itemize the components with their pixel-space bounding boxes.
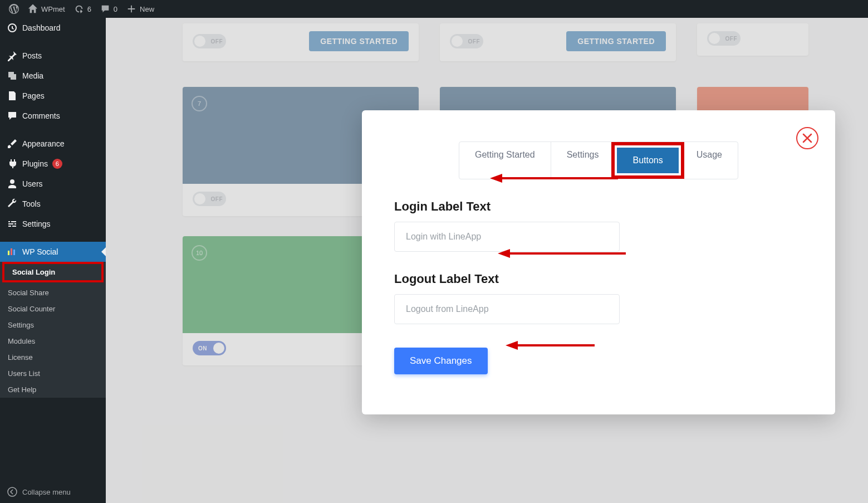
logout-label-heading: Logout Label Text bbox=[394, 272, 803, 286]
menu-label: Users bbox=[22, 179, 43, 188]
menu-pages[interactable]: Pages bbox=[0, 86, 106, 106]
collapse-label: Collapse menu bbox=[22, 488, 71, 496]
logout-label-input[interactable] bbox=[394, 294, 620, 324]
buttons-tab-highlight: Buttons bbox=[611, 142, 684, 179]
wpsocial-icon bbox=[7, 246, 18, 257]
comments[interactable]: 0 bbox=[96, 4, 122, 14]
annotation-arrow bbox=[498, 248, 626, 259]
close-icon bbox=[802, 133, 812, 143]
new[interactable]: New bbox=[122, 4, 159, 14]
menu-label: Media bbox=[22, 71, 43, 80]
login-label-input[interactable] bbox=[394, 222, 620, 252]
menu-posts[interactable]: Posts bbox=[0, 46, 106, 66]
menu-label: WP Social bbox=[22, 247, 58, 256]
close-button[interactable] bbox=[796, 127, 818, 149]
submenu-get-help[interactable]: Get Help bbox=[0, 382, 106, 398]
update-icon bbox=[74, 4, 84, 14]
submenu-settings[interactable]: Settings bbox=[0, 317, 106, 333]
wrench-icon bbox=[7, 198, 18, 209]
menu-label: Posts bbox=[22, 51, 42, 60]
menu-tools[interactable]: Tools bbox=[0, 194, 106, 214]
wp-social-submenu: Social Login Social Share Social Counter… bbox=[0, 262, 106, 398]
new-label: New bbox=[140, 5, 154, 13]
submenu-modules[interactable]: Modules bbox=[0, 333, 106, 349]
admin-bar: WPmet 6 0 New bbox=[0, 0, 868, 18]
page-icon bbox=[7, 90, 18, 101]
menu-label: Comments bbox=[22, 111, 60, 120]
admin-sidebar: Dashboard Posts Media Pages Comments App… bbox=[0, 18, 106, 503]
plus-icon bbox=[126, 4, 136, 14]
pin-icon bbox=[7, 50, 18, 61]
menu-label: Pages bbox=[22, 91, 45, 100]
menu-appearance[interactable]: Appearance bbox=[0, 134, 106, 154]
menu-plugins[interactable]: Plugins 6 bbox=[0, 154, 106, 174]
menu-comments[interactable]: Comments bbox=[0, 106, 106, 126]
login-label-heading: Login Label Text bbox=[394, 199, 803, 214]
updates[interactable]: 6 bbox=[70, 4, 96, 14]
menu-label: Appearance bbox=[22, 139, 65, 148]
plugin-badge: 6 bbox=[52, 159, 62, 169]
brush-icon bbox=[7, 138, 18, 149]
submenu-social-share[interactable]: Social Share bbox=[0, 285, 106, 301]
site-title: WPmet bbox=[41, 5, 65, 13]
annotation-arrow bbox=[506, 340, 595, 351]
svg-point-3 bbox=[8, 487, 17, 496]
collapse-menu[interactable]: Collapse menu bbox=[0, 481, 106, 503]
wp-logo[interactable] bbox=[4, 4, 23, 14]
tab-usage[interactable]: Usage bbox=[681, 142, 738, 179]
svg-marker-12 bbox=[506, 341, 518, 350]
provider-settings-modal: Getting Started Settings Buttons Usage L… bbox=[362, 110, 835, 414]
comments-icon bbox=[7, 110, 18, 121]
user-icon bbox=[7, 178, 18, 189]
menu-dashboard[interactable]: Dashboard bbox=[0, 18, 106, 38]
comment-icon bbox=[100, 4, 110, 14]
submenu-social-login[interactable]: Social Login bbox=[4, 264, 101, 280]
submenu-users-list[interactable]: Users List bbox=[0, 365, 106, 382]
save-changes-button[interactable]: Save Changes bbox=[394, 348, 488, 374]
svg-marker-10 bbox=[498, 249, 510, 258]
sliders-icon bbox=[7, 218, 18, 229]
social-login-highlight: Social Login bbox=[2, 262, 104, 282]
collapse-icon bbox=[7, 486, 18, 497]
menu-media[interactable]: Media bbox=[0, 66, 106, 86]
svg-rect-0 bbox=[8, 251, 9, 255]
svg-rect-2 bbox=[13, 250, 15, 255]
update-count: 6 bbox=[87, 5, 91, 13]
submenu-license[interactable]: License bbox=[0, 349, 106, 365]
svg-marker-8 bbox=[490, 174, 502, 183]
dashboard-icon bbox=[7, 22, 18, 33]
plugin-icon bbox=[7, 158, 18, 169]
submenu-social-counter[interactable]: Social Counter bbox=[0, 301, 106, 317]
home-icon bbox=[28, 4, 38, 14]
menu-label: Settings bbox=[22, 219, 51, 228]
menu-wp-social[interactable]: WP Social bbox=[0, 242, 106, 262]
menu-label: Tools bbox=[22, 199, 41, 208]
menu-label: Dashboard bbox=[22, 23, 61, 32]
tab-buttons[interactable]: Buttons bbox=[617, 148, 678, 173]
comment-count: 0 bbox=[114, 5, 117, 13]
media-icon bbox=[7, 70, 18, 81]
menu-settings[interactable]: Settings bbox=[0, 214, 106, 234]
wordpress-icon bbox=[9, 4, 19, 14]
menu-label: Plugins bbox=[22, 159, 48, 168]
annotation-arrow bbox=[490, 173, 618, 184]
menu-users[interactable]: Users bbox=[0, 174, 106, 194]
svg-rect-1 bbox=[11, 248, 12, 255]
site-name[interactable]: WPmet bbox=[23, 4, 70, 14]
